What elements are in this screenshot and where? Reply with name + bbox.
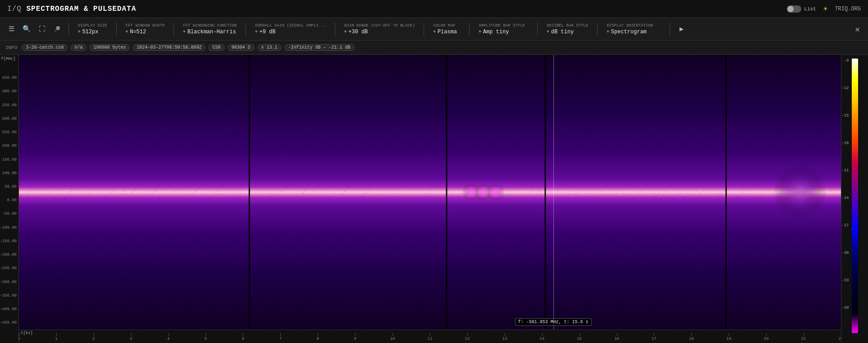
- x-axis-label: 18: [689, 337, 694, 341]
- info-badge-range: -Infinity dB – -21.1 dB: [284, 44, 355, 51]
- fft-window-arrow: ▼: [126, 30, 128, 34]
- color-scale-label: -27: [841, 223, 849, 228]
- triq-link[interactable]: TRIQ.ORG: [835, 6, 861, 12]
- fft-windowing-function-control[interactable]: FFT windowing function ▼ Blackman-Harris: [178, 23, 241, 35]
- info-badge-multiplier: x 13.1: [257, 44, 282, 51]
- top-bar-left: I/Q SPECTROGRAM & PULSEDATA: [7, 5, 136, 13]
- fft-window-width-value[interactable]: ▼ N=512: [126, 29, 146, 35]
- info-badge-filename: 3-28-catch.cs8: [22, 44, 68, 51]
- app-title: I/Q SPECTROGRAM & PULSEDATA: [7, 5, 136, 13]
- x-axis-label: 16: [614, 337, 619, 341]
- color-map-control[interactable]: Color map ▼ Plasma: [429, 23, 465, 35]
- info-badge-cs8: CS8: [208, 44, 224, 51]
- color-scale-label: -18: [841, 141, 849, 145]
- x-axis-tick: [131, 333, 132, 336]
- overall-gain-control[interactable]: Overall gain (signal ampli... ▼ +9 dB: [251, 23, 330, 35]
- x-axis-label: 20: [764, 337, 769, 341]
- theme-icon[interactable]: ☀: [823, 5, 828, 14]
- x-axis-tick: [467, 333, 468, 336]
- x-axis-tick: [19, 333, 19, 336]
- menu-button[interactable]: ☰: [5, 23, 18, 36]
- zoom-button[interactable]: 🔎: [50, 23, 64, 36]
- y-axis-unit: f[MHz]: [1, 57, 15, 61]
- x-axis-label: 14: [539, 337, 544, 341]
- color-scale-label: -24: [841, 196, 849, 200]
- overall-gain-label: Overall gain (signal ampli...: [255, 23, 326, 28]
- toolbar-sep-4: [246, 23, 246, 36]
- x-axis-tick: [280, 333, 281, 336]
- search-button[interactable]: 🔍: [20, 23, 33, 36]
- fullscreen-button[interactable]: ⛶: [35, 23, 49, 36]
- x-axis-tick: [318, 333, 318, 336]
- color-scale-label: -30: [841, 251, 849, 255]
- x-axis-tick: [169, 333, 169, 336]
- toggle-track[interactable]: [787, 5, 801, 13]
- x-axis-label: 2: [92, 337, 95, 341]
- x-axis-label: 9: [354, 337, 356, 341]
- x-axis-tick: [430, 333, 430, 336]
- display-size-value[interactable]: ▼ 512px: [78, 29, 98, 35]
- x-axis-tick: [206, 333, 206, 336]
- toolbar-expand-icon[interactable]: ▶: [675, 23, 688, 36]
- x-axis-tick: [580, 333, 580, 336]
- x-axis-tick: [505, 333, 505, 336]
- y-axis-label: -350.00: [0, 293, 17, 298]
- overall-gain-value[interactable]: ▼ +9 dB: [255, 29, 275, 35]
- x-axis-tick: [56, 333, 57, 336]
- top-bar-right: List ☀ TRIQ.ORG: [787, 5, 861, 14]
- x-axis-tick: [243, 333, 243, 336]
- y-axis-label: -50.00: [2, 212, 17, 216]
- fft-windowing-function-value[interactable]: ▼ Blackman-Harris: [183, 29, 236, 35]
- y-axis-label: -100.00: [0, 226, 17, 230]
- x-axis-label: 5: [205, 337, 207, 341]
- y-axis-label: -150.00: [0, 239, 17, 244]
- display-size-arrow: ▼: [78, 30, 80, 34]
- x-axis-label: 11: [428, 337, 433, 341]
- info-badge-bytes: 196608 bytes: [89, 44, 130, 51]
- y-axis-label: 400.00: [2, 89, 17, 94]
- fft-windowing-arrow: ▼: [183, 30, 185, 34]
- x-axis-label: 3: [130, 337, 132, 341]
- close-button[interactable]: ✕: [851, 23, 863, 36]
- display-orientation-value[interactable]: ▼ Spectrogram: [607, 29, 647, 35]
- list-label: List: [804, 6, 816, 12]
- x-axis-label: 13: [502, 337, 507, 341]
- display-orientation-arrow: ▼: [607, 30, 609, 34]
- x-axis-label: 21: [801, 337, 806, 341]
- x-axis-tick: [617, 333, 617, 336]
- color-scale: -9-12-15-18-21-24-27-30-33-39: [841, 55, 868, 343]
- amplitude-bar-style-value[interactable]: ▼ Amp tiny: [479, 29, 509, 35]
- color-scale-label: -33: [841, 278, 849, 283]
- amplitude-bar-style-control[interactable]: Amplitude bar style ▼ Amp tiny: [474, 23, 533, 35]
- color-map-arrow: ▼: [433, 30, 435, 34]
- spectrogram-container[interactable]: f: -501.953 MHz, t: 15.6 s t[ks] 0123456…: [19, 55, 841, 343]
- gain-range-value[interactable]: ▼ +30 dB: [344, 29, 368, 35]
- amplitude-bar-style-label: Amplitude bar style: [479, 23, 525, 28]
- spectrogram-canvas[interactable]: f: -501.953 MHz, t: 15.6 s: [19, 55, 841, 329]
- toolbar-sep-5: [335, 23, 335, 36]
- x-axis-label: 12: [465, 337, 470, 341]
- toolbar-sep-10: [670, 23, 670, 36]
- gain-range-control[interactable]: Gain range (cut-off to black) ▼ +30 dB: [340, 23, 420, 35]
- display-orientation-label: Display orientation: [607, 23, 653, 28]
- display-size-control[interactable]: Display size ▼ 512px: [73, 23, 112, 35]
- display-orientation-control[interactable]: Display orientation ▼ Spectrogram: [602, 23, 665, 35]
- x-axis-label: 19: [726, 337, 731, 341]
- x-axis: t[ks] 0123456789101112131415161718192021…: [19, 329, 841, 343]
- decibel-bar-style-label: Decibel bar style: [547, 23, 588, 28]
- y-axis: f[MHz] 450.00400.00350.00300.00250.00200…: [0, 55, 19, 343]
- x-axis-tick: [691, 333, 692, 336]
- info-label: INFO: [5, 45, 17, 50]
- color-map-value[interactable]: ▼ Plasma: [433, 29, 457, 35]
- y-axis-label: 0.00: [7, 198, 17, 203]
- decibel-arrow: ▼: [547, 30, 549, 34]
- x-axis-label: 7: [279, 337, 282, 341]
- decibel-bar-style-value[interactable]: ▼ dB tiny: [547, 29, 574, 35]
- fft-window-width-control[interactable]: FFT window width ▼ N=512: [121, 23, 169, 35]
- list-toggle[interactable]: List: [787, 5, 816, 13]
- info-badge-samples: 98304 S: [228, 44, 255, 51]
- spectrogram-visual[interactable]: [19, 55, 841, 329]
- decibel-bar-style-control[interactable]: Decibel bar style ▼ dB tiny: [542, 23, 593, 35]
- toolbar: ☰ 🔍 ⛶ 🔎 Display size ▼ 512px FFT window …: [0, 18, 868, 41]
- x-axis-tick: [804, 333, 804, 336]
